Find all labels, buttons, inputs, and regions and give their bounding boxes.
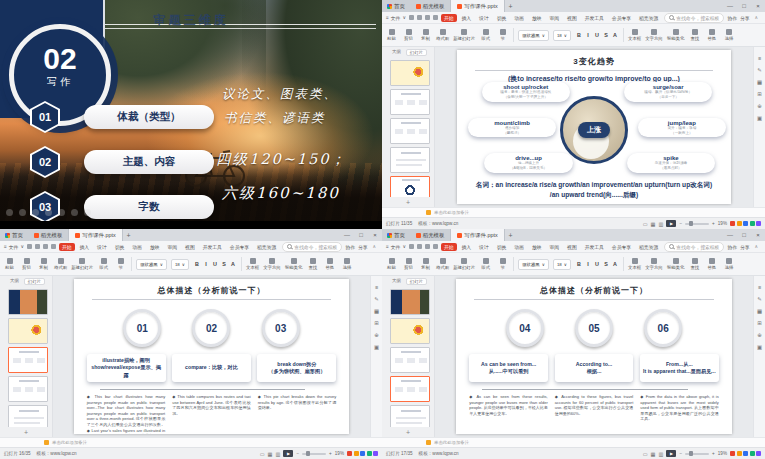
side-tool-icon[interactable]: ▦ — [374, 308, 379, 314]
add-slide-button[interactable]: + — [382, 427, 434, 437]
toolbar-button[interactable]: 版式 — [97, 258, 110, 271]
maximize-button[interactable]: □ — [737, 229, 751, 241]
slide-thumbnail[interactable] — [390, 405, 430, 427]
view-mode-icon[interactable]: ▦ — [268, 451, 273, 457]
toolbar-button[interactable]: 剪切 — [402, 29, 415, 42]
file-menu[interactable]: ≡ 文件 ∨ — [386, 15, 406, 21]
phrase-box[interactable]: illustrate描绘，阐明 show/reveal/expose显示、揭露 — [87, 354, 166, 382]
toolbar-button[interactable]: 选择 — [340, 258, 353, 271]
ribbon-tab[interactable]: 放映 — [147, 243, 163, 251]
print-icon[interactable] — [417, 244, 422, 249]
panel-tab[interactable]: 幻灯片 — [406, 49, 427, 56]
side-tool-icon[interactable]: ⊕ — [757, 332, 762, 338]
font-size-select[interactable]: 18 ∨ — [171, 259, 189, 270]
view-mode-icon[interactable]: ▥ — [659, 221, 664, 227]
toolbar-button[interactable]: 剪切 — [402, 258, 415, 271]
toolbar-button[interactable]: 文字方向 — [645, 258, 663, 271]
phrase-box[interactable]: compare：比较，对比 — [172, 354, 251, 382]
save-icon[interactable] — [409, 15, 414, 20]
ribbon-tab[interactable]: 设计 — [476, 14, 492, 22]
toolbar-button[interactable]: 智能美化 — [285, 258, 303, 271]
trend-phrase-card[interactable]: surge/soar 猛增、飙升（似潮水/翱翔等） （澎湃一下） — [624, 82, 712, 102]
ribbon-tab[interactable]: 动画 — [129, 243, 145, 251]
minimize-button[interactable]: — — [723, 0, 737, 12]
zoom-slider[interactable] — [685, 453, 709, 455]
side-tool-icon[interactable]: ⊕ — [757, 103, 762, 109]
play-button[interactable]: ▶ — [666, 450, 676, 457]
toolbar-button[interactable]: 替换 — [323, 258, 336, 271]
cooperate-button[interactable]: 协作 — [345, 244, 355, 250]
slide-thumbnail-selected[interactable] — [390, 176, 430, 197]
document-tab[interactable]: 稻壳模板 — [410, 229, 452, 241]
zoom-slider-knob[interactable] — [306, 451, 310, 456]
presenter-control-dot[interactable] — [19, 209, 26, 216]
trend-phrase-card[interactable]: jump/leap 突升；猛涨；激增 （一跃而上） — [638, 118, 726, 138]
ribbon-tab[interactable]: 插入 — [77, 243, 93, 251]
notes-bar[interactable]: 单击此处添加备注 — [382, 437, 765, 447]
close-button[interactable]: × — [751, 0, 765, 12]
side-tool-icon[interactable]: ✎ — [757, 296, 762, 302]
text-format-button[interactable]: S — [220, 260, 228, 269]
ribbon-tab[interactable]: 审阅 — [546, 14, 562, 22]
toolbar-button[interactable]: 选择 — [722, 29, 735, 42]
text-format-button[interactable]: S — [602, 260, 610, 269]
side-tool-icon[interactable]: ▣ — [374, 344, 379, 350]
slide-thumbnail[interactable] — [8, 289, 48, 315]
text-format-button[interactable]: S — [602, 31, 610, 40]
text-format-button[interactable]: I — [202, 260, 210, 269]
slide-thumbnail[interactable] — [390, 289, 430, 315]
toolbar-button[interactable]: 复制 — [419, 29, 432, 42]
ribbon-tab[interactable]: 开始 — [59, 243, 75, 251]
share-button[interactable]: 分享 — [740, 244, 750, 250]
home-tab[interactable]: 首页 — [0, 229, 28, 241]
toolbar-button[interactable]: 查找 — [688, 29, 701, 42]
ribbon-tab[interactable]: 会员专享 — [609, 243, 634, 251]
minimize-button[interactable]: — — [340, 229, 354, 241]
share-button[interactable]: 分享 — [740, 15, 750, 21]
view-mode-icon[interactable]: ▥ — [276, 451, 281, 457]
view-mode-icon[interactable]: ▦ — [651, 221, 656, 227]
undo-icon[interactable] — [425, 244, 430, 249]
maximize-button[interactable]: □ — [737, 0, 751, 12]
side-tool-icon[interactable]: ▣ — [757, 115, 762, 121]
view-mode-icon[interactable]: ▥ — [659, 451, 664, 457]
toolbar-button[interactable]: 新建幻灯片 — [453, 29, 475, 42]
add-slide-button[interactable]: + — [0, 427, 52, 437]
ribbon-tab[interactable]: 切换 — [494, 14, 510, 22]
file-menu[interactable]: ≡ 文件 ∨ — [4, 244, 24, 250]
play-button[interactable]: ▶ — [666, 220, 676, 227]
toolbar-button[interactable]: 文字方向 — [645, 29, 663, 42]
text-format-button[interactable]: B — [193, 260, 201, 269]
print-icon[interactable] — [417, 15, 422, 20]
share-button[interactable]: 分享 — [358, 244, 368, 250]
undo-icon[interactable] — [43, 244, 48, 249]
home-tab[interactable]: 首页 — [382, 229, 410, 241]
new-tab-button[interactable]: + — [505, 0, 517, 12]
panel-tab[interactable]: 幻灯片 — [24, 278, 45, 285]
ribbon-tab[interactable]: 开发工具 — [582, 14, 607, 22]
toolbar-button[interactable]: 粘贴 — [3, 258, 16, 271]
toolbar-button[interactable]: 粘贴 — [385, 258, 398, 271]
toolbar-button[interactable]: 文本框 — [628, 29, 641, 42]
presenter-control-dot[interactable] — [71, 209, 78, 216]
collapse-ribbon-icon[interactable]: ∧ — [755, 15, 759, 20]
toolbar-button[interactable]: 文字方向 — [263, 258, 281, 271]
text-format-button[interactable]: U — [593, 260, 601, 269]
ribbon-tab[interactable]: 视图 — [182, 243, 198, 251]
new-tab-button[interactable]: + — [505, 229, 517, 241]
slide-thumbnail[interactable] — [8, 318, 48, 344]
minimize-button[interactable]: — — [723, 229, 737, 241]
phrase-box[interactable]: As can be seen from... 从......中可以看到 — [469, 354, 548, 382]
zoom-slider[interactable] — [302, 453, 326, 455]
zoom-in-button[interactable]: + — [712, 221, 715, 226]
text-format-button[interactable]: A — [229, 260, 237, 269]
add-slide-button[interactable]: + — [382, 197, 434, 207]
play-button[interactable]: ▶ — [283, 450, 293, 457]
collapse-ribbon-icon[interactable]: ∧ — [755, 244, 759, 249]
slide-canvas[interactable]: 总体描述（分析前说一下） 04 05 06 As can be seen fro… — [456, 279, 732, 434]
file-menu[interactable]: ≡ 文件 ∨ — [386, 244, 406, 250]
zoom-out-button[interactable]: − — [296, 451, 299, 456]
cooperate-button[interactable]: 协作 — [727, 244, 737, 250]
undo-icon[interactable] — [425, 15, 430, 20]
presenter-control-dot[interactable] — [84, 209, 91, 216]
